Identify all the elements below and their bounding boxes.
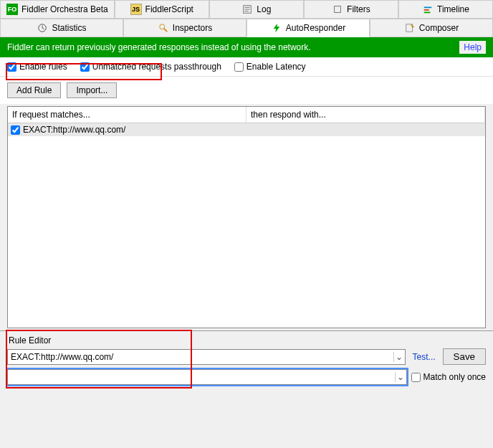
tab-inspectors-label: Inspectors xyxy=(173,23,212,33)
svg-line-10 xyxy=(42,28,44,29)
tab-log[interactable]: Log xyxy=(209,0,304,18)
tab-autoresponder[interactable]: AutoResponder xyxy=(247,19,370,37)
table-row[interactable]: EXACT:http://www.qq.com/ xyxy=(8,123,485,136)
enable-rules-label: Enable rules xyxy=(19,62,67,72)
tab-statistics-label: Statistics xyxy=(52,23,86,33)
latency-checkbox[interactable]: Enable Latency xyxy=(234,62,306,72)
match-once-input[interactable] xyxy=(411,373,421,382)
enable-rules-checkbox[interactable]: Enable rules xyxy=(7,62,67,72)
unmatched-input[interactable] xyxy=(80,62,90,72)
search-icon xyxy=(158,22,169,34)
save-button[interactable]: Save xyxy=(443,348,486,365)
match-once-checkbox[interactable]: Match only once xyxy=(411,372,486,382)
tab-filters-label: Filters xyxy=(347,4,370,14)
rule-match-cell: EXACT:http://www.qq.com/ xyxy=(23,125,125,135)
tab-inspectors[interactable]: Inspectors xyxy=(123,19,247,37)
tab-composer-label: Composer xyxy=(419,23,459,33)
import-button[interactable]: Import... xyxy=(67,82,117,98)
match-once-label: Match only once xyxy=(423,372,486,382)
rule-row-checkbox[interactable] xyxy=(11,125,20,135)
timeline-icon xyxy=(422,4,434,15)
clock-icon xyxy=(37,22,48,34)
tab-timeline[interactable]: Timeline xyxy=(398,0,493,18)
js-icon: JS xyxy=(130,4,142,15)
latency-label: Enable Latency xyxy=(247,62,306,72)
enable-rules-input[interactable] xyxy=(7,62,16,72)
tab-filters[interactable]: Filters xyxy=(304,0,398,18)
svg-point-11 xyxy=(160,24,165,29)
compose-icon xyxy=(404,22,416,34)
tabs-row-top: FO Fiddler Orchestra Beta JS FiddlerScri… xyxy=(0,0,493,19)
fo-icon: FO xyxy=(6,4,18,15)
chevron-down-icon[interactable]: ⌄ xyxy=(395,372,406,382)
tab-script-label: FiddlerScript xyxy=(145,4,193,14)
rule-editor-title: Rule Editor xyxy=(7,334,486,348)
info-text: Fiddler can return previously generated … xyxy=(7,42,311,52)
svg-line-12 xyxy=(164,29,167,32)
tab-composer[interactable]: Composer xyxy=(370,19,493,37)
tab-autoresponder-label: AutoResponder xyxy=(286,23,345,33)
svg-rect-4 xyxy=(335,6,341,13)
test-button[interactable]: Test... xyxy=(410,352,439,362)
unmatched-checkbox[interactable]: Unmatched requests passthrough xyxy=(80,62,221,72)
tab-statistics[interactable]: Statistics xyxy=(0,19,123,37)
unmatched-label: Unmatched requests passthrough xyxy=(92,62,221,72)
tab-script[interactable]: JS FiddlerScript xyxy=(115,0,209,18)
bolt-icon xyxy=(271,22,282,34)
chevron-down-icon[interactable]: ⌄ xyxy=(393,352,405,362)
buttons-row: Add Rule Import... xyxy=(0,77,493,104)
svg-marker-13 xyxy=(273,24,279,32)
rule-editor: Rule Editor ⌄ Test... Save ⌄ Match only … xyxy=(0,330,493,396)
tab-orchestra-label: Fiddler Orchestra Beta xyxy=(21,4,108,14)
rules-header: If request matches... then respond with.… xyxy=(8,107,485,123)
col-respond[interactable]: then respond with... xyxy=(247,107,485,123)
tab-orchestra[interactable]: FO Fiddler Orchestra Beta xyxy=(0,0,115,18)
match-input[interactable] xyxy=(8,351,393,363)
help-link[interactable]: Help xyxy=(459,41,486,54)
rules-body: EXACT:http://www.qq.com/ xyxy=(8,123,485,136)
tabs-row-bottom: Statistics Inspectors AutoResponder Comp… xyxy=(0,19,493,37)
info-bar: Fiddler can return previously generated … xyxy=(0,37,493,57)
filter-icon xyxy=(332,4,343,15)
options-row: Enable rules Unmatched requests passthro… xyxy=(0,57,493,77)
latency-input[interactable] xyxy=(234,62,244,72)
col-match[interactable]: If request matches... xyxy=(8,107,247,123)
log-icon xyxy=(241,4,253,15)
tab-log-label: Log xyxy=(257,4,271,14)
add-rule-button[interactable]: Add Rule xyxy=(7,82,61,98)
tab-timeline-label: Timeline xyxy=(437,4,469,14)
respond-input[interactable] xyxy=(8,371,395,383)
rules-table: If request matches... then respond with.… xyxy=(7,106,486,328)
match-combobox[interactable]: ⌄ xyxy=(7,349,406,365)
svg-line-15 xyxy=(411,25,414,28)
respond-combobox[interactable]: ⌄ xyxy=(7,369,407,385)
